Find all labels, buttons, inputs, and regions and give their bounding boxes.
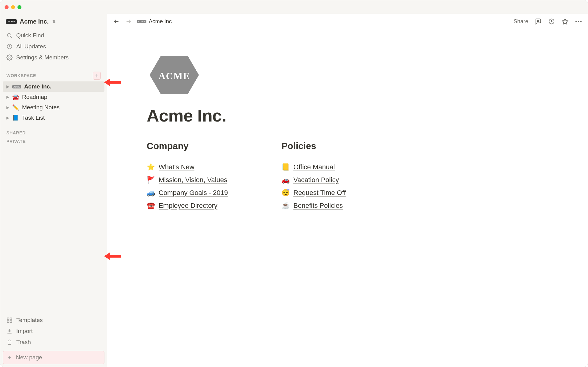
svg-rect-4 xyxy=(7,318,9,320)
link-emoji-icon: ⭐ xyxy=(147,163,155,171)
page-link[interactable]: What's New xyxy=(159,163,194,171)
link-emoji-icon: 📒 xyxy=(281,163,290,171)
content-column: Policies📒Office Manual🚗Vacation Policy😴R… xyxy=(281,141,392,212)
quick-find-label: Quick Find xyxy=(16,32,44,39)
page-link[interactable]: Benefits Policies xyxy=(293,202,343,210)
minimize-window-button[interactable] xyxy=(11,5,15,9)
breadcrumb[interactable]: ACME Acme Inc. xyxy=(137,18,173,25)
arrow-right-icon xyxy=(126,18,132,24)
workspace-icon: ACME xyxy=(6,19,17,24)
settings-label: Settings & Members xyxy=(16,54,69,61)
share-button[interactable]: Share xyxy=(514,18,528,25)
window-titlebar xyxy=(0,0,588,14)
new-page-label: New page xyxy=(16,354,42,361)
all-updates-label: All Updates xyxy=(16,43,46,50)
column-heading[interactable]: Policies xyxy=(281,141,392,151)
download-icon xyxy=(6,328,13,334)
workspace-name: Acme Inc. xyxy=(20,18,49,25)
page-icon[interactable]: ACME xyxy=(147,54,202,96)
link-emoji-icon: 😴 xyxy=(281,189,290,197)
sidebar-page-item[interactable]: ▶✏️Meeting Notes xyxy=(3,102,104,113)
page-link[interactable]: Company Goals - 2019 xyxy=(159,189,228,197)
add-workspace-page-button[interactable]: ＋ xyxy=(93,72,101,80)
caret-right-icon[interactable]: ▶ xyxy=(6,116,9,120)
search-icon xyxy=(6,32,13,39)
svg-point-0 xyxy=(7,33,11,37)
workspace-section-label: WORKSPACE xyxy=(6,73,36,78)
main-area: ACME Acme Inc. Share ACME xyxy=(107,14,588,367)
svg-rect-6 xyxy=(7,321,9,323)
import-label: Import xyxy=(16,328,33,335)
page-emoji-icon: 🚘 xyxy=(12,94,19,100)
sidebar-page-item[interactable]: ▶📘Task List xyxy=(3,113,104,123)
sidebar-page-item[interactable]: ▶🚘Roadmap xyxy=(3,92,104,102)
close-window-button[interactable] xyxy=(5,5,9,9)
templates-icon xyxy=(6,317,13,323)
svg-rect-5 xyxy=(10,318,12,320)
column-heading[interactable]: Company xyxy=(147,141,257,151)
workspace-switcher[interactable]: ACME Acme Inc. ⇅ xyxy=(0,14,107,28)
caret-right-icon[interactable]: ▶ xyxy=(6,84,9,89)
sidebar-page-item[interactable]: ▶ACMEAcme Inc. xyxy=(3,81,104,92)
workspace-section-header: WORKSPACE ＋ xyxy=(0,66,107,81)
new-page-button[interactable]: New page xyxy=(3,351,104,364)
page-label: Roadmap xyxy=(22,94,47,100)
plus-icon xyxy=(7,355,12,360)
link-emoji-icon: ☎️ xyxy=(147,202,155,210)
topbar: ACME Acme Inc. Share xyxy=(107,14,588,29)
page-link[interactable]: Employee Directory xyxy=(159,202,217,210)
page-link-row: 🚗Vacation Policy xyxy=(281,174,392,186)
import-button[interactable]: Import xyxy=(3,326,104,337)
zoom-window-button[interactable] xyxy=(17,5,21,9)
templates-button[interactable]: Templates xyxy=(3,315,104,326)
page-link[interactable]: Office Manual xyxy=(293,163,335,171)
page-link-row: 🚩Mission, Vision, Values xyxy=(147,174,257,186)
caret-right-icon[interactable]: ▶ xyxy=(6,105,9,110)
page-link[interactable]: Mission, Vision, Values xyxy=(159,176,227,184)
link-emoji-icon: 🚩 xyxy=(147,176,155,184)
breadcrumb-label: Acme Inc. xyxy=(149,18,173,25)
page-content: ACME Acme Inc. Company⭐What's New🚩Missio… xyxy=(107,29,588,367)
link-emoji-icon: 🚗 xyxy=(281,176,290,184)
more-options-button[interactable] xyxy=(575,18,582,25)
page-link[interactable]: Request Time Off xyxy=(293,189,346,197)
nav-forward-button[interactable] xyxy=(125,17,133,25)
arrow-left-icon xyxy=(113,18,119,24)
page-link-row: ☕Benefits Policies xyxy=(281,199,392,212)
divider xyxy=(147,155,257,155)
divider xyxy=(281,155,392,155)
shared-section-label: SHARED xyxy=(6,130,26,135)
caret-right-icon[interactable]: ▶ xyxy=(6,95,9,99)
gear-icon xyxy=(6,54,13,61)
svg-text:ACME: ACME xyxy=(158,71,190,81)
breadcrumb-icon: ACME xyxy=(137,20,146,23)
page-label: Acme Inc. xyxy=(24,83,52,90)
updates-button[interactable] xyxy=(548,18,555,25)
templates-label: Templates xyxy=(16,317,43,324)
page-link-row: 😴Request Time Off xyxy=(281,186,392,199)
workspace-page-tree: ▶ACMEAcme Inc.▶🚘Roadmap▶✏️Meeting Notes▶… xyxy=(0,81,107,125)
page-link-row: 🚙Company Goals - 2019 xyxy=(147,186,257,199)
trash-icon xyxy=(6,339,13,345)
page-link-row: 📒Office Manual xyxy=(281,161,392,174)
link-emoji-icon: 🚙 xyxy=(147,189,155,197)
page-emoji-icon: 📘 xyxy=(12,114,19,121)
page-title[interactable]: Acme Inc. xyxy=(147,106,548,125)
clock-icon xyxy=(548,18,555,25)
comments-button[interactable] xyxy=(534,18,542,25)
private-section-header: PRIVATE xyxy=(0,137,107,146)
link-emoji-icon: ☕ xyxy=(281,202,290,210)
favorite-button[interactable] xyxy=(561,18,569,25)
all-updates-button[interactable]: All Updates xyxy=(3,41,104,52)
trash-button[interactable]: Trash xyxy=(3,337,104,348)
quick-find-button[interactable]: Quick Find xyxy=(3,30,104,41)
nav-back-button[interactable] xyxy=(112,17,120,25)
page-icon: ACME xyxy=(12,85,21,88)
chevron-updown-icon: ⇅ xyxy=(52,20,55,24)
clock-icon xyxy=(6,43,13,50)
page-label: Task List xyxy=(22,114,45,121)
settings-members-button[interactable]: Settings & Members xyxy=(3,52,104,63)
traffic-lights xyxy=(5,5,21,9)
shared-section-header: SHARED xyxy=(0,125,107,137)
page-link[interactable]: Vacation Policy xyxy=(293,176,339,184)
